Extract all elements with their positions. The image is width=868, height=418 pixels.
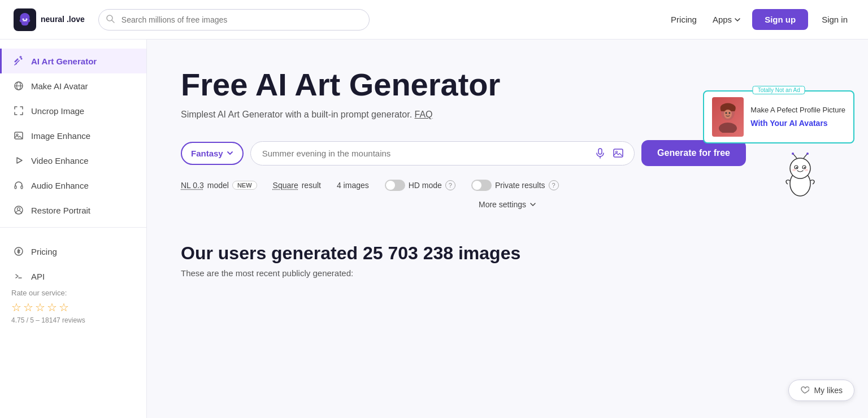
svg-point-19	[724, 110, 732, 119]
sidebar-item-make-ai-avatar[interactable]: Make AI Avatar	[0, 73, 146, 98]
search-icon	[106, 14, 115, 25]
sidebar-item-pricing[interactable]: Pricing	[11, 239, 135, 264]
sidebar-item-label: Make AI Avatar	[31, 81, 88, 91]
sidebar-item-label: Pricing	[31, 247, 57, 256]
generator-row: Fantasy Generate for free	[181, 140, 746, 166]
hd-mode-label: HD mode	[409, 181, 442, 190]
mascot-icon	[778, 153, 823, 203]
svg-rect-13	[21, 186, 23, 189]
image-icon	[13, 130, 24, 141]
chevron-down-icon	[734, 16, 741, 23]
sidebar-item-audio-enhance[interactable]: Audio Enhance	[0, 173, 146, 198]
private-results-label: Private results	[495, 181, 545, 190]
star-1: ☆	[11, 301, 21, 314]
search-bar	[98, 9, 370, 31]
header-nav: Pricing Apps Sign up Sign in	[664, 9, 854, 30]
globe-icon	[13, 80, 24, 92]
signin-button[interactable]: Sign in	[815, 11, 854, 28]
heart-icon	[800, 386, 809, 395]
sidebar: AI Art Generator Make AI Avatar Uncrop I…	[0, 40, 147, 418]
sidebar-item-restore-portrait[interactable]: Restore Portrait	[0, 198, 146, 223]
style-dropdown[interactable]: Fantasy	[181, 142, 244, 165]
headphones-icon	[13, 180, 24, 191]
svg-point-11	[16, 134, 18, 136]
hero-title: Free AI Art Generator	[181, 67, 633, 103]
svg-line-32	[793, 154, 797, 158]
more-settings[interactable]: More settings	[479, 200, 536, 209]
svg-point-6	[16, 63, 17, 64]
star-2: ☆	[23, 301, 33, 314]
hd-mode-toggle[interactable]	[385, 180, 405, 191]
sidebar-item-uncrop-image[interactable]: Uncrop Image	[0, 98, 146, 123]
images-value: 4 images	[337, 181, 369, 190]
ad-avatar	[712, 97, 744, 137]
stats-section: Our users generated 25 703 238 images Th…	[181, 243, 834, 278]
nav-apps[interactable]: Apps	[708, 11, 745, 28]
faq-link[interactable]: FAQ	[415, 110, 433, 119]
result-label: result	[302, 181, 321, 190]
result-value: Square	[273, 181, 298, 190]
images-setting[interactable]: 4 images	[337, 181, 369, 190]
svg-rect-12	[15, 186, 16, 189]
my-likes-button[interactable]: My likes	[788, 380, 854, 401]
settings-row: NL 0.3 model NEW Square result 4 images …	[181, 180, 834, 191]
private-results-setting[interactable]: Private results ?	[471, 180, 559, 191]
model-setting[interactable]: NL 0.3 model NEW	[181, 181, 257, 190]
portrait-icon	[13, 204, 24, 216]
sidebar-item-image-enhance[interactable]: Image Enhance	[0, 123, 146, 148]
logo[interactable]: neural .love	[14, 8, 85, 31]
sidebar-item-api[interactable]: API	[11, 264, 135, 289]
microphone-icon	[594, 147, 606, 159]
search-input[interactable]	[98, 9, 370, 31]
sidebar-bottom: Pricing API Rate our service: ☆ ☆ ☆ ☆ ☆ …	[0, 227, 146, 329]
ad-title: Make A Pefect Profile Picture	[750, 104, 845, 116]
svg-point-27	[790, 158, 810, 178]
svg-point-15	[18, 208, 20, 211]
reviews-text: 4.75 / 5 – 18147 reviews	[11, 316, 135, 324]
hd-mode-help-icon[interactable]: ?	[445, 180, 455, 190]
prompt-input[interactable]	[258, 142, 591, 165]
signup-button[interactable]: Sign up	[752, 9, 808, 30]
prompt-input-wrap	[250, 141, 635, 166]
sidebar-item-label: Audio Enhance	[31, 181, 89, 190]
stars: ☆ ☆ ☆ ☆ ☆	[11, 301, 135, 314]
result-setting[interactable]: Square result	[273, 181, 321, 190]
star-4: ☆	[47, 301, 57, 314]
sidebar-item-label: AI Art Generator	[31, 56, 97, 66]
hd-mode-setting[interactable]: HD mode ?	[385, 180, 455, 191]
stats-subtitle: These are the most recent publicly gener…	[181, 268, 834, 278]
expand-icon	[13, 105, 24, 116]
nav-pricing[interactable]: Pricing	[664, 11, 704, 28]
chevron-down-icon	[227, 150, 233, 156]
image-upload-button[interactable]	[609, 144, 627, 162]
svg-rect-24	[614, 149, 623, 157]
stats-title: Our users generated 25 703 238 images	[181, 243, 834, 264]
main-content: Totally Not an Ad Make A Pefect Profile …	[147, 40, 868, 418]
private-results-help-icon[interactable]: ?	[549, 180, 559, 190]
sidebar-item-video-enhance[interactable]: Video Enhance	[0, 148, 146, 173]
svg-point-33	[792, 153, 794, 155]
sidebar-item-ai-art-generator[interactable]: AI Art Generator	[0, 49, 146, 73]
generate-button[interactable]: Generate for free	[641, 140, 746, 166]
svg-point-30	[796, 167, 797, 168]
mascot	[778, 153, 823, 206]
svg-line-4	[112, 20, 114, 23]
svg-rect-22	[598, 149, 602, 154]
svg-point-31	[804, 167, 805, 168]
model-label: model	[207, 181, 229, 190]
sidebar-item-label: Restore Portrait	[31, 206, 90, 215]
image-upload-icon	[613, 147, 624, 159]
svg-line-34	[804, 154, 807, 158]
header: neural .love Pricing Apps Sign up Sign i…	[0, 0, 868, 40]
private-results-toggle[interactable]	[471, 180, 492, 191]
my-likes-label: My likes	[814, 386, 843, 395]
svg-point-36	[792, 169, 796, 171]
sidebar-item-label: Uncrop Image	[31, 106, 84, 116]
dollar-icon	[13, 246, 24, 257]
microphone-button[interactable]	[591, 144, 609, 162]
ad-banner[interactable]: Totally Not an Ad Make A Pefect Profile …	[703, 90, 854, 143]
play-icon	[13, 155, 24, 166]
svg-point-35	[806, 153, 809, 155]
svg-point-1	[23, 18, 24, 20]
svg-point-18	[719, 123, 737, 133]
